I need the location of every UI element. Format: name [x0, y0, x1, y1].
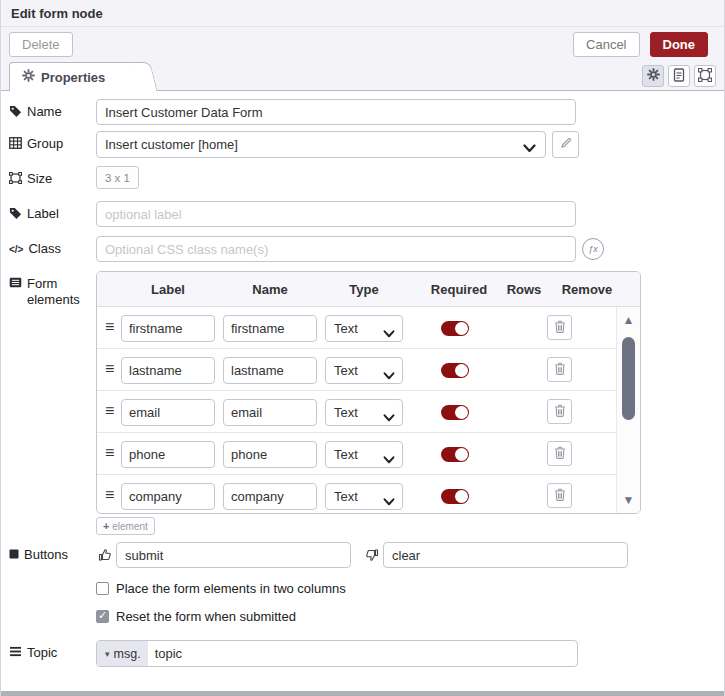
class-label: </> Class — [9, 236, 96, 258]
gear-icon — [647, 68, 660, 84]
element-type-select[interactable]: Text — [325, 441, 403, 468]
element-name-input[interactable] — [223, 483, 317, 510]
column-header-name: Name — [223, 282, 317, 297]
chevron-down-icon — [383, 410, 395, 425]
delete-element-button[interactable] — [547, 441, 572, 466]
element-label-input[interactable] — [121, 357, 215, 384]
properties-panel: Name Group Insert customer [home] S — [1, 91, 724, 691]
column-header-rows: Rows — [502, 282, 546, 297]
chevron-down-icon — [383, 326, 395, 341]
drag-handle-icon[interactable]: ≡ — [105, 486, 114, 504]
topic-value: topic — [148, 646, 182, 661]
column-header-remove: Remove — [549, 282, 625, 297]
name-label: Name — [9, 99, 96, 122]
drag-handle-icon[interactable]: ≡ — [105, 318, 114, 336]
column-header-type: Type — [325, 282, 403, 297]
element-label-input[interactable] — [121, 315, 215, 342]
element-name-input[interactable] — [223, 441, 317, 468]
group-select[interactable]: Insert customer [home] — [96, 131, 546, 158]
class-row: </> Class ƒx — [9, 236, 716, 262]
element-label-input[interactable] — [121, 399, 215, 426]
tag-icon — [9, 206, 22, 224]
add-element-button[interactable]: + element — [96, 517, 155, 535]
delete-button[interactable]: Delete — [9, 32, 73, 57]
chevron-down-icon — [523, 141, 536, 156]
tab-row: Properties — [1, 62, 724, 91]
required-toggle[interactable] — [441, 447, 469, 462]
drag-handle-icon[interactable]: ≡ — [105, 444, 114, 462]
appearance-view-button[interactable] — [694, 65, 716, 87]
properties-view-button[interactable] — [642, 65, 664, 87]
delete-element-button[interactable] — [547, 483, 572, 508]
size-button[interactable]: 3 x 1 — [96, 166, 139, 189]
fx-icon[interactable]: ƒx — [582, 238, 604, 260]
submit-button-input[interactable] — [116, 542, 351, 568]
form-elements-table-header: Label Name Type Required Rows Remove — [97, 272, 640, 307]
scroll-down-icon[interactable]: ▼ — [617, 493, 640, 507]
element-label-input[interactable] — [121, 441, 215, 468]
form-element-row: ≡ Text — [97, 475, 640, 513]
done-button[interactable]: Done — [650, 32, 709, 57]
drag-handle-icon[interactable]: ≡ — [105, 402, 114, 420]
edit-form-node-dialog: Edit form node Delete Cancel Done Proper… — [0, 0, 725, 696]
checkbox[interactable] — [96, 610, 109, 623]
delete-element-button[interactable] — [547, 357, 572, 382]
element-type-select[interactable]: Text — [325, 483, 403, 510]
delete-element-button[interactable] — [547, 399, 572, 424]
list-icon — [9, 645, 22, 661]
cancel-button[interactable]: Cancel — [573, 32, 639, 57]
required-toggle[interactable] — [441, 321, 469, 336]
drag-handle-icon[interactable]: ≡ — [105, 360, 114, 378]
class-input[interactable] — [96, 236, 576, 262]
checkbox[interactable] — [96, 582, 109, 595]
name-input[interactable] — [96, 99, 576, 125]
tab-properties-label: Properties — [41, 70, 105, 85]
scrollbar[interactable]: ▲ ▼ — [616, 307, 640, 513]
element-type-select[interactable]: Text — [325, 357, 403, 384]
element-name-input[interactable] — [223, 357, 317, 384]
reset-form-option-label: Reset the form when submitted — [116, 609, 296, 624]
topic-typed-input[interactable]: ▾ msg. topic — [96, 640, 578, 667]
tab-properties[interactable]: Properties — [9, 62, 144, 91]
trash-icon — [554, 362, 566, 378]
document-icon — [673, 68, 685, 85]
plus-icon: + — [103, 520, 109, 532]
element-label-input[interactable] — [121, 483, 215, 510]
chevron-down-icon — [383, 368, 395, 383]
scrollbar-thumb[interactable] — [622, 337, 635, 420]
edit-group-button[interactable] — [552, 131, 579, 158]
required-toggle[interactable] — [441, 405, 469, 420]
reset-form-option[interactable]: Reset the form when submitted — [96, 609, 716, 624]
scroll-up-icon[interactable]: ▲ — [617, 313, 640, 327]
topic-row: Topic ▾ msg. topic — [9, 640, 716, 667]
code-icon: </> — [9, 242, 23, 258]
pencil-icon — [560, 137, 572, 152]
node-appearance-icon — [698, 68, 712, 85]
element-name-input[interactable] — [223, 315, 317, 342]
chevron-down-icon — [383, 452, 395, 467]
trash-icon — [554, 320, 566, 336]
form-elements-table: Label Name Type Required Rows Remove ≡ T… — [96, 271, 641, 514]
element-name-input[interactable] — [223, 399, 317, 426]
size-label: Size — [9, 166, 96, 188]
tab-actions — [642, 65, 716, 87]
required-toggle[interactable] — [441, 363, 469, 378]
form-elements-table-body: ≡ Text ≡ Text ≡ Text — [97, 307, 640, 513]
topic-type-select[interactable]: ▾ msg. — [97, 641, 148, 666]
group-row: Group Insert customer [home] — [9, 131, 716, 158]
form-element-row: ≡ Text — [97, 433, 640, 475]
buttons-row: Buttons — [9, 542, 716, 568]
column-header-required: Required — [419, 282, 499, 297]
two-columns-option[interactable]: Place the form elements in two columns — [96, 581, 716, 596]
required-toggle[interactable] — [441, 489, 469, 504]
description-view-button[interactable] — [668, 65, 690, 87]
dialog-button-bar: Delete Cancel Done — [1, 27, 724, 62]
column-header-label: Label — [121, 282, 215, 297]
buttons-label: Buttons — [9, 542, 96, 563]
name-row: Name — [9, 99, 716, 125]
label-input[interactable] — [96, 201, 576, 227]
clear-button-input[interactable] — [383, 542, 628, 568]
element-type-select[interactable]: Text — [325, 399, 403, 426]
delete-element-button[interactable] — [547, 315, 572, 340]
element-type-select[interactable]: Text — [325, 315, 403, 342]
